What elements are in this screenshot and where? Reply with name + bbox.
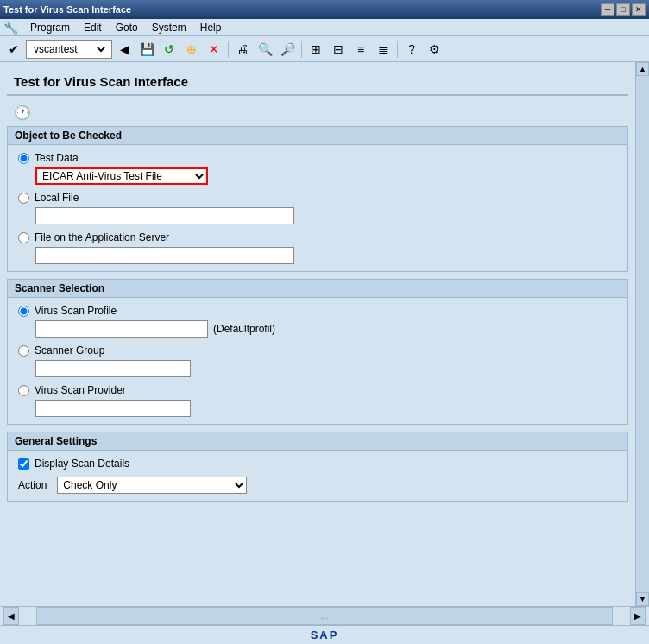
vsprov-label: Virus Scan Provider [35, 384, 126, 396]
vsprov-radio-row: Virus Scan Provider [18, 384, 617, 396]
scroll-up-btn[interactable]: ▲ [636, 62, 649, 76]
clock-icon: 🕐 [14, 105, 31, 120]
general-section: General Settings Display Scan Details Ac… [7, 432, 628, 502]
scanner-section: Scanner Selection Virus Scan Profile (De… [7, 279, 628, 425]
sap-logo: SAP [311, 628, 339, 641]
page-title-area: Test for Virus Scan Interface [7, 69, 628, 96]
title-bar-text: Test for Virus Scan Interface [3, 4, 131, 15]
action-row: Action Check Only Scan and Delete Scan a… [18, 477, 617, 494]
vsprov-radio[interactable] [18, 385, 29, 396]
test-data-radio-row: Test Data [18, 152, 617, 164]
app-server-input-row [35, 247, 617, 264]
app-server-label: File on the Application Server [35, 231, 169, 243]
vsp-input[interactable] [35, 320, 208, 338]
menu-program[interactable]: Program [25, 20, 75, 35]
sg-input[interactable] [35, 360, 191, 377]
maximize-button[interactable]: □ [616, 3, 630, 16]
toolbar-settings[interactable]: ⚙ [424, 39, 444, 60]
clock-icon-row: 🕐 [7, 101, 628, 126]
toolbar-btn6[interactable]: ≣ [373, 39, 394, 60]
scroll-down-btn[interactable]: ▼ [636, 592, 649, 606]
scroll-indicator: ... [321, 611, 328, 621]
toolbar-save[interactable]: 💾 [136, 39, 157, 60]
app-server-input[interactable] [35, 247, 294, 264]
local-file-radio[interactable] [18, 193, 29, 204]
action-select[interactable]: Check Only Scan and Delete Scan and Quar… [57, 477, 247, 494]
system-dropdown[interactable]: vscantest [26, 40, 112, 59]
title-bar: Test for Virus Scan Interface ─ □ ✕ [0, 0, 649, 19]
object-section: Object to Be Checked Test Data EICAR Ant… [7, 126, 628, 272]
vsp-label: Virus Scan Profile [35, 305, 117, 317]
menu-edit[interactable]: Edit [79, 20, 107, 35]
display-scan-checkbox[interactable] [18, 458, 29, 470]
menu-help[interactable]: Help [195, 20, 227, 35]
status-bar: ◀ ... ▶ [0, 606, 649, 625]
vsp-input-row: (Defaultprofil) [35, 320, 617, 338]
close-button[interactable]: ✕ [632, 3, 646, 16]
toolbar-print[interactable]: 🖨 [232, 39, 253, 60]
minimize-button[interactable]: ─ [601, 3, 614, 16]
toolbar-nav-back[interactable]: ◀ [114, 39, 135, 60]
display-scan-label: Display Scan Details [35, 458, 129, 470]
app-server-radio-row: File on the Application Server [18, 231, 617, 243]
menu-goto[interactable]: Goto [110, 20, 143, 35]
local-file-label: Local File [35, 192, 79, 204]
scrollbar-right[interactable]: ▲ ▼ [635, 62, 649, 606]
display-scan-row: Display Scan Details [18, 458, 617, 470]
vsprov-input-row [35, 400, 617, 417]
system-select[interactable]: vscantest [30, 42, 108, 56]
app-server-radio[interactable] [18, 232, 29, 243]
sg-input-row [35, 360, 617, 377]
scroll-track-h: ... [36, 607, 613, 625]
toolbar-help[interactable]: ? [401, 39, 422, 60]
test-data-label: Test Data [35, 152, 79, 164]
test-data-radio[interactable] [18, 153, 29, 164]
scanner-section-body: Virus Scan Profile (Defaultprofil) Scann… [8, 298, 627, 424]
sg-label: Scanner Group [35, 344, 104, 357]
menu-system[interactable]: System [147, 20, 192, 35]
general-section-body: Display Scan Details Action Check Only S… [8, 451, 627, 501]
vsp-radio[interactable] [18, 306, 29, 317]
sg-radio[interactable] [18, 345, 29, 357]
local-file-input[interactable] [35, 207, 294, 224]
toolbar-refresh[interactable]: ↺ [159, 39, 180, 60]
toolbar-btn4[interactable]: ⊟ [328, 39, 349, 60]
scroll-left-btn[interactable]: ◀ [3, 607, 19, 625]
page-title: Test for Virus Scan Interface [14, 74, 188, 89]
content-wrapper: Test for Virus Scan Interface 🕐 Object t… [0, 62, 635, 606]
scanner-section-header: Scanner Selection [8, 280, 627, 298]
general-section-header: General Settings [8, 432, 627, 451]
test-data-dropdown-row: EICAR Anti-Virus Test File Other Test Fi… [35, 167, 617, 185]
local-file-input-row [35, 207, 617, 224]
sep2 [301, 41, 302, 58]
toolbar-find2[interactable]: 🔎 [277, 39, 298, 60]
app-icon[interactable]: 🔧 [3, 21, 18, 35]
toolbar: ✔ vscantest ◀ 💾 ↺ ⊕ ✕ 🖨 🔍 🔎 ⊞ ⊟ ≡ ≣ ? ⚙ [0, 36, 649, 62]
local-file-radio-row: Local File [18, 192, 617, 204]
sep3 [397, 41, 398, 58]
object-section-header: Object to Be Checked [8, 127, 627, 145]
main-area: Test for Virus Scan Interface 🕐 Object t… [0, 62, 635, 515]
scroll-right-btn[interactable]: ▶ [630, 607, 646, 625]
toolbar-find[interactable]: 🔍 [255, 39, 275, 60]
toolbar-back-btn[interactable]: ✔ [3, 39, 24, 60]
sap-bar: SAP [0, 625, 649, 644]
title-bar-buttons: ─ □ ✕ [601, 3, 646, 16]
action-label: Action [18, 479, 47, 491]
object-section-body: Test Data EICAR Anti-Virus Test File Oth… [8, 145, 627, 271]
toolbar-btn3[interactable]: ⊞ [306, 39, 326, 60]
toolbar-cancel[interactable]: ✕ [204, 39, 224, 60]
menu-bar: 🔧 Program Edit Goto System Help [0, 19, 649, 36]
defaultprofil-text: (Defaultprofil) [213, 323, 275, 335]
toolbar-btn5[interactable]: ≡ [350, 39, 371, 60]
test-data-select[interactable]: EICAR Anti-Virus Test File Other Test Fi… [35, 167, 208, 185]
vsp-radio-row: Virus Scan Profile [18, 305, 617, 317]
sep1 [228, 41, 229, 58]
toolbar-stop[interactable]: ⊕ [181, 39, 202, 60]
vsprov-input[interactable] [35, 400, 191, 417]
sg-radio-row: Scanner Group [18, 344, 617, 357]
